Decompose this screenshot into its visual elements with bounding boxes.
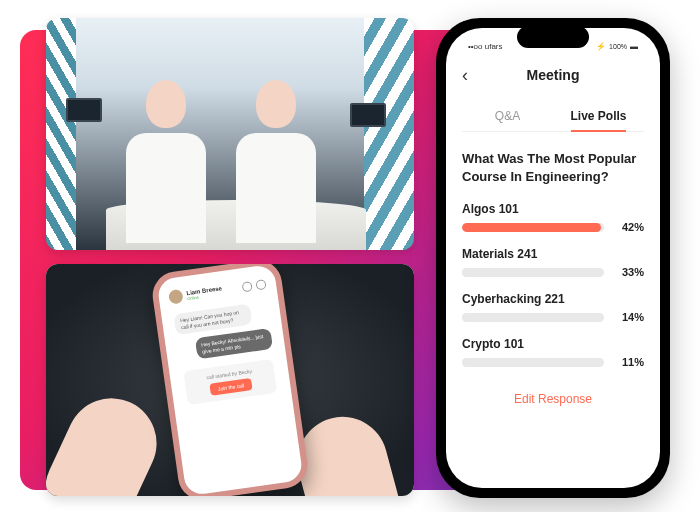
poll-option-label: Algos 101 xyxy=(462,202,644,216)
avatar xyxy=(168,289,184,305)
person-illustration xyxy=(231,80,321,250)
video-icon xyxy=(242,281,253,292)
monitor-icon xyxy=(66,98,102,122)
poll-bar-track xyxy=(462,313,604,322)
chat-photo-card: Liam Breese Online Hey Liam! Can you hop… xyxy=(46,264,414,496)
chat-message: Hey Becky! Absolutely... just give me a … xyxy=(194,328,273,359)
monitor-icon xyxy=(350,103,386,127)
poll-phone-mockup: ••oo ufars ⚡ 100% ▬ ‹ Meeting Q&A Live P… xyxy=(436,18,670,498)
battery-text: 100% xyxy=(609,43,627,50)
poll-bar-fill xyxy=(462,358,496,367)
poll-percent: 33% xyxy=(612,266,644,278)
poll-option-label: Cyberhacking 221 xyxy=(462,292,644,306)
person-illustration xyxy=(121,80,211,250)
poll-option[interactable]: Materials 24133% xyxy=(462,247,644,278)
tabs: Q&A Live Polls xyxy=(462,101,644,132)
call-notification: call started by Becky Join the call xyxy=(183,359,277,405)
edit-response-button[interactable]: Edit Response xyxy=(462,392,644,406)
carrier-text: ••oo ufars xyxy=(468,42,503,51)
tab-live-polls[interactable]: Live Polls xyxy=(553,101,644,131)
phone-icon xyxy=(255,279,266,290)
poll-list: Algos 10142%Materials 24133%Cyberhacking… xyxy=(462,202,644,368)
signal-icon: ⚡ xyxy=(596,42,606,51)
poll-question: What Was The Most Popular Course In Engi… xyxy=(462,150,644,186)
tab-qa[interactable]: Q&A xyxy=(462,101,553,131)
poll-option-label: Materials 241 xyxy=(462,247,644,261)
chat-message: Hey Liam! Can you hop on call if you are… xyxy=(173,304,252,335)
poll-option-label: Crypto 101 xyxy=(462,337,644,351)
chat-phone-mockup: Liam Breese Online Hey Liam! Can you hop… xyxy=(150,264,311,496)
page-title: Meeting xyxy=(527,67,580,83)
poll-percent: 42% xyxy=(612,221,644,233)
poll-bar-track xyxy=(462,268,604,277)
studio-photo-card xyxy=(46,18,414,250)
poll-percent: 11% xyxy=(612,356,644,368)
poll-option[interactable]: Crypto 10111% xyxy=(462,337,644,368)
poll-option[interactable]: Algos 10142% xyxy=(462,202,644,233)
poll-option[interactable]: Cyberhacking 22114% xyxy=(462,292,644,323)
studio-scene xyxy=(46,18,414,250)
battery-icon: ▬ xyxy=(630,42,638,51)
dynamic-island xyxy=(517,26,589,48)
poll-percent: 14% xyxy=(612,311,644,323)
poll-bar-fill xyxy=(462,223,601,232)
hand-holding-phone: Liam Breese Online Hey Liam! Can you hop… xyxy=(46,264,414,496)
join-call-button[interactable]: Join the call xyxy=(209,378,253,396)
poll-bar-track xyxy=(462,223,604,232)
poll-bar-track xyxy=(462,358,604,367)
poll-bar-fill xyxy=(462,268,564,277)
back-button[interactable]: ‹ xyxy=(462,65,468,86)
poll-bar-fill xyxy=(462,313,507,322)
